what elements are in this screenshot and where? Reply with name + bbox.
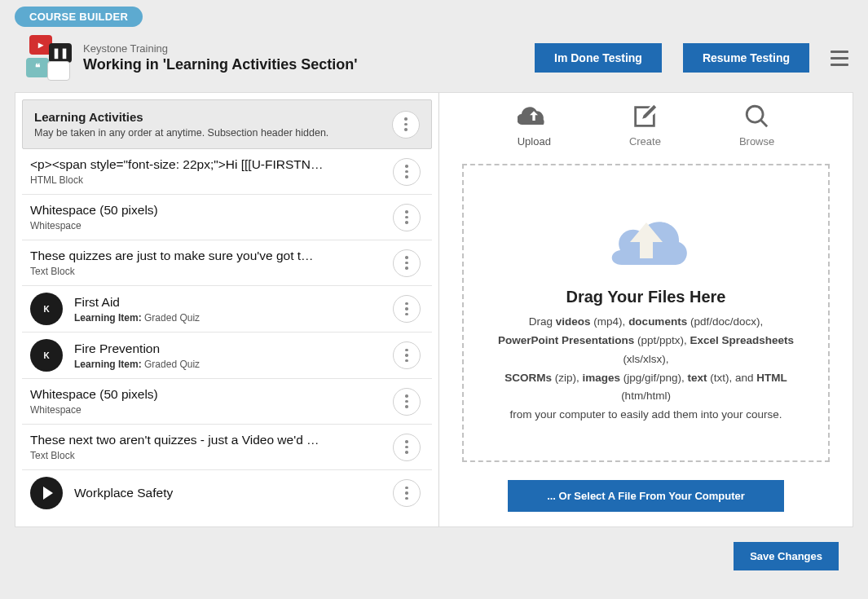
row-menu-icon[interactable]	[393, 434, 421, 461]
row-menu-icon[interactable]	[393, 479, 421, 507]
row-menu-icon[interactable]	[393, 204, 421, 231]
dropzone-text: Drag videos (mp4), documents (pdf/doc/do…	[488, 313, 804, 425]
activity-title: <p><span style="font-size: 22px;">Hi [[[…	[30, 157, 385, 172]
activity-row[interactable]: <p><span style="font-size: 22px;">Hi [[[…	[22, 149, 432, 195]
section-header[interactable]: Learning Activities May be taken in any …	[22, 99, 432, 149]
tab-label: Create	[629, 135, 661, 148]
activity-row[interactable]: These next two aren't quizzes - just a V…	[22, 425, 432, 470]
menu-icon[interactable]	[831, 46, 853, 69]
activity-subtitle: Text Block	[30, 266, 385, 277]
activity-subtitle: Text Block	[30, 450, 385, 461]
activity-row[interactable]: These quizzes are just to make sure you'…	[22, 240, 432, 286]
dropzone-title: Drag Your Files Here	[566, 288, 726, 306]
video-thumb-icon	[30, 477, 63, 509]
activity-title: Whitespace (50 pixels)	[30, 203, 385, 218]
bottom-bar: Save Changes	[0, 534, 868, 570]
search-icon	[741, 103, 773, 130]
activity-subtitle: HTML Block	[30, 174, 385, 186]
row-menu-icon[interactable]	[393, 388, 421, 416]
browse-tab[interactable]: Browse	[739, 103, 774, 148]
page-title: Working in 'Learning Activities Section'	[83, 56, 358, 73]
activity-subtitle: Learning Item: Graded Quiz	[74, 312, 385, 324]
activity-row[interactable]: K First Aid Learning Item: Graded Quiz	[22, 286, 432, 333]
upload-tabbar: Upload Create Browse	[462, 103, 830, 156]
activity-title: Workplace Safety	[74, 486, 385, 500]
org-name: Keystone Training	[83, 42, 358, 55]
quiz-thumb-icon: K	[30, 293, 63, 325]
edit-icon	[628, 103, 661, 130]
activity-title: These next two aren't quizzes - just a V…	[30, 433, 385, 447]
course-builder-badge: COURSE BUILDER	[15, 7, 143, 27]
activity-row[interactable]: K Fire Prevention Learning Item: Graded …	[22, 333, 432, 379]
app-icons: ▸ ❚❚ ❝ W	[26, 33, 72, 82]
section-subtitle: May be taken in any order at anytime. Su…	[34, 127, 384, 139]
select-file-button[interactable]: ... Or Select A File From Your Computer	[508, 480, 784, 512]
done-testing-button[interactable]: Im Done Testing	[535, 43, 662, 73]
activities-panel: Learning Activities May be taken in any …	[15, 93, 439, 526]
activity-row[interactable]: Workplace Safety	[22, 470, 432, 516]
upload-tab[interactable]: Upload	[518, 103, 551, 148]
dropzone[interactable]: Drag Your Files Here Drag videos (mp4), …	[462, 164, 830, 462]
save-changes-button[interactable]: Save Changes	[734, 542, 839, 570]
activity-title: Whitespace (50 pixels)	[30, 387, 385, 402]
row-menu-icon[interactable]	[393, 295, 421, 323]
row-menu-icon[interactable]	[393, 249, 421, 277]
create-tab[interactable]: Create	[628, 103, 661, 148]
activity-title: Fire Prevention	[74, 341, 385, 356]
header-bar: ▸ ❚❚ ❝ W Keystone Training Working in 'L…	[0, 30, 868, 92]
resume-testing-button[interactable]: Resume Testing	[683, 43, 809, 73]
activity-row[interactable]: Whitespace (50 pixels) Whitespace	[22, 195, 432, 240]
section-title: Learning Activities	[34, 110, 384, 124]
activity-subtitle: Whitespace	[30, 404, 385, 416]
book-icon: ❚❚	[49, 43, 72, 63]
doc-icon: W	[47, 61, 70, 81]
row-menu-icon[interactable]	[393, 341, 421, 369]
upload-panel: Upload Create Browse Drag Your Files Her…	[439, 93, 853, 526]
main-surface: Learning Activities May be taken in any …	[15, 92, 853, 527]
activity-subtitle: Whitespace	[30, 220, 385, 231]
cloud-upload-icon	[518, 103, 550, 130]
section-menu-icon[interactable]	[392, 111, 420, 139]
tab-label: Upload	[518, 135, 551, 148]
activity-subtitle: Learning Item: Graded Quiz	[74, 359, 385, 370]
activity-title: First Aid	[74, 295, 385, 310]
cloud-icon	[597, 201, 695, 280]
activity-row[interactable]: Whitespace (50 pixels) Whitespace	[22, 379, 432, 425]
quiz-thumb-icon: K	[30, 339, 63, 372]
tab-label: Browse	[739, 135, 774, 148]
row-menu-icon[interactable]	[393, 158, 421, 186]
chat-icon: ❝	[26, 58, 49, 77]
activity-title: These quizzes are just to make sure you'…	[30, 249, 385, 263]
